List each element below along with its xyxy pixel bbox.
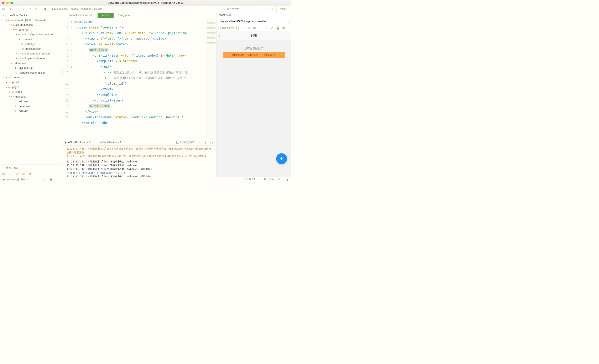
browser-url-input[interactable] <box>218 19 290 24</box>
tree-item[interactable]: 〈〉add.vue <box>0 99 62 104</box>
tree-label: uni-config-center - [uni-co <box>22 33 53 36</box>
fold-gutter[interactable]: ⊟⊟⊟⊟⊟⊟⊟⊟ <box>70 18 73 139</box>
collapse-sidebar-icon[interactable]: ‹ <box>61 70 64 75</box>
tree-label: uni-id-common - [uni-id- <box>22 52 51 55</box>
minimap[interactable] <box>206 18 216 139</box>
search-icon[interactable]: ⌕ <box>222 7 226 11</box>
cursor-position[interactable]: 行:6 列:19 <box>244 178 255 181</box>
browser-tab-close-icon[interactable]: × <box>233 14 234 17</box>
encoding[interactable]: UTF-8 <box>258 178 266 181</box>
annotation-overlay: 预览界面中没有报错，一切正常了 <box>223 52 285 58</box>
tree-arrow-icon[interactable]: ▸ <box>15 53 18 55</box>
tree-item[interactable]: JSindex.js <box>0 42 62 46</box>
breakpoint-toggle[interactable]: 开启断点调试 <box>176 141 195 144</box>
tree-item[interactable]: ▾▾▭pages <box>0 85 62 89</box>
titlebar: uniCloudBooks/pages/mybooks/list.vue - H… <box>0 0 291 6</box>
tree-item[interactable]: ▸▭index <box>0 89 62 94</box>
tree-label: mybooks.schema.json <box>19 71 45 74</box>
tree-label: uni-id <box>25 38 32 41</box>
editor-tab[interactable]: config.json <box>114 13 134 18</box>
tree-item[interactable]: ▾▾▭cloudfunctions <box>0 22 62 27</box>
tree-item[interactable]: ▾▾▭common <box>0 27 62 32</box>
tree-arrow-icon[interactable]: ▸ <box>8 91 11 93</box>
editor[interactable]: 12345678910111213141516171819 ⊟⊟⊟⊟⊟⊟⊟⊟ <… <box>62 18 216 139</box>
filter-icon[interactable]: ▽ <box>270 7 273 11</box>
forward-icon[interactable]: › <box>22 7 25 11</box>
tree-item[interactable]: ▸▭uni-id <box>0 37 62 42</box>
tree-label: edit.vue <box>19 109 28 113</box>
sidebar-folder-icon[interactable]: ▭ <box>2 172 5 176</box>
language-mode[interactable]: Vue <box>269 178 274 181</box>
console-log[interactable]: 13:21:57.455 [本地调试]uniCloud本地调试服务已启动，如需客… <box>62 146 216 177</box>
phone-back-icon[interactable]: ‹ <box>219 33 220 38</box>
tree-item[interactable]: ▾▾▭uniCloud - [阿里云:lhdcloud] <box>0 18 62 22</box>
tree-item[interactable]: ▾▾▭uni-config-center - [uni-co <box>0 32 62 37</box>
preview-viewport[interactable]: ‹ 列表 没有更多数据了 预览界面中没有报错，一切正常了 + <box>217 31 291 177</box>
console-tab[interactable]: [uniCloudBooks] - uniC... <box>65 141 93 144</box>
editor-tab[interactable]: list.vue <box>97 13 114 18</box>
breadcrumb-item[interactable]: mybooks <box>81 8 91 10</box>
console-download-icon[interactable]: ⤓ <box>203 141 207 144</box>
back-icon[interactable]: ‹ <box>15 7 19 11</box>
breadcrumb-item[interactable]: pages <box>71 8 78 10</box>
console-tab[interactable]: uniCloudBooks - H5 <box>99 141 121 144</box>
tree-item[interactable]: ◧JQL查询.jql <box>0 65 62 70</box>
tree-arrow-icon[interactable]: ▸ <box>15 57 18 60</box>
breadcrumb-item[interactable]: uniCloudBooks <box>51 8 68 10</box>
fab-add-button[interactable]: + <box>276 153 287 164</box>
tree-arrow-icon[interactable]: ▸ <box>5 76 8 79</box>
screenshot-icon[interactable]: ⤴ <box>241 26 245 30</box>
devtools-icon[interactable]: ⚙ <box>247 26 250 30</box>
console-panel: [uniCloudBooks] - uniC... uniCloudBooks … <box>62 139 216 177</box>
log-line: 13:22:13.151 [本地调试][clientDB请求]表名: myboo… <box>67 160 212 163</box>
tree-label: JQL查询.jql <box>19 66 32 70</box>
tree-item[interactable]: ▾▾▭database <box>0 61 62 65</box>
tree-item[interactable]: ▸▭.hbuilderx <box>0 75 62 80</box>
sidebar-git-icon[interactable]: ⎇ <box>15 172 19 176</box>
code-area[interactable]: <template> <view class="container"> <uni… <box>73 18 206 139</box>
new-file-icon[interactable]: ▭ <box>2 7 5 11</box>
tree-item[interactable]: ▸▭js_sdk <box>0 80 62 85</box>
tree-item[interactable]: {}package.json <box>0 46 62 51</box>
refresh-icon[interactable]: ⟳ <box>270 26 274 30</box>
closed-projects[interactable]: ▸已关闭项目 <box>0 165 62 171</box>
tree-item[interactable]: {}mybooks.schema.json <box>0 70 62 75</box>
sidebar-footer: ▭ ⌕ ⎇ ⌘ ✱ <box>0 171 62 177</box>
tree-item[interactable]: ▾▾▭uniCloudBooks <box>0 13 62 18</box>
list-icon[interactable]: ≡ <box>42 178 45 181</box>
search-input[interactable] <box>227 8 269 10</box>
log-line: 13:22:13.722 [本地调试][clientDB请求]表名: myboo… <box>67 175 212 177</box>
tree-item[interactable]: ▾▾▭mybooks <box>0 94 62 99</box>
console-popout-icon[interactable]: ⤢ <box>197 141 201 144</box>
preview-button[interactable]: 预览 <box>276 6 290 12</box>
tree-arrow-icon[interactable]: ▸ <box>5 81 8 83</box>
tree-item[interactable]: ▸▭uni-open-bridge-com... <box>0 56 62 61</box>
qr-icon[interactable]: ⊞ <box>282 26 285 30</box>
tree-item[interactable]: 〈〉detail.vue <box>0 104 62 109</box>
file-icon: 〈〉 <box>15 100 18 103</box>
save-icon[interactable]: 🖫 <box>8 7 12 11</box>
sync-icon[interactable]: ⟳ <box>277 178 281 181</box>
terminal-icon[interactable]: ▣ <box>49 178 53 181</box>
sidebar-bug-icon[interactable]: ✱ <box>28 172 32 176</box>
tree-arrow-icon[interactable]: ▸ <box>18 38 21 40</box>
user-email[interactable]: ursaminor@126.com <box>6 178 29 181</box>
device-select[interactable]: iPhone 6/7/8 <box>218 26 239 30</box>
lock-icon[interactable]: 🔒 <box>276 26 280 30</box>
file-tree[interactable]: ▾▾▭uniCloudBooks▾▾▭uniCloud - [阿里云:lhdcl… <box>0 12 62 165</box>
run-icon[interactable]: ▷ <box>35 7 39 11</box>
editor-tab[interactable]: mybooks.schema.json <box>64 13 97 18</box>
tree-item[interactable]: 〈〉edit.vue <box>0 109 62 113</box>
log-line: 13:22:13.712 [本地调试][clientDB请求]表名: myboo… <box>67 167 212 175</box>
console-close-icon[interactable]: ×↓ <box>210 141 213 144</box>
browser-forward-icon[interactable]: → <box>264 26 268 30</box>
sidebar-binoculars-icon[interactable]: ⌕ <box>8 172 12 176</box>
popout-icon[interactable]: ▭ <box>253 26 256 30</box>
star-icon[interactable]: ☆ <box>28 7 32 11</box>
sidebar-terminal-icon[interactable]: ⌘ <box>22 172 25 176</box>
tree-item[interactable]: ▸▭uni-id-common - [uni-id- <box>0 51 62 56</box>
file-icon: {} <box>21 47 25 50</box>
notification-icon[interactable]: ◑ <box>285 178 289 181</box>
browser-back-icon[interactable]: ← <box>258 26 262 30</box>
breadcrumb-item[interactable]: list.vue <box>94 8 102 10</box>
